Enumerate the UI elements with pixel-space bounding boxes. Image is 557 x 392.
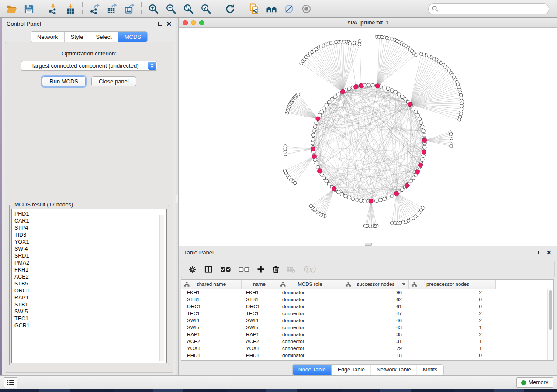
close-traffic-light-icon[interactable] xyxy=(183,20,188,25)
table-scrollbar[interactable] xyxy=(547,289,553,360)
result-item[interactable]: ACE2 xyxy=(14,273,166,280)
edge[interactable] xyxy=(321,46,343,92)
edge[interactable] xyxy=(377,43,401,86)
leaf-node[interactable] xyxy=(358,40,362,43)
zoom-out-button[interactable] xyxy=(162,1,180,16)
table-cell[interactable]: dominator xyxy=(277,331,343,338)
leaf-node[interactable] xyxy=(348,42,352,45)
column-header-shared-name[interactable]: shared name xyxy=(181,280,242,289)
ring-node[interactable] xyxy=(419,121,423,124)
hub-node[interactable] xyxy=(359,83,363,88)
table-cell[interactable]: connector xyxy=(277,345,343,352)
column-header-name[interactable]: name xyxy=(242,280,277,289)
ring-node[interactable] xyxy=(387,87,390,90)
edge[interactable] xyxy=(287,156,314,175)
select-all-button[interactable] xyxy=(220,267,231,272)
table-row[interactable]: SWI4SWI4dominator462 xyxy=(181,317,547,324)
table-cell[interactable]: 0 xyxy=(409,352,487,359)
import-table-button[interactable] xyxy=(62,1,79,16)
column-header-predecessor-nodes[interactable]: predecessor nodes xyxy=(409,280,487,289)
ring-node[interactable] xyxy=(387,196,390,199)
table-cell[interactable]: YOX1 xyxy=(181,345,242,352)
ring-node[interactable] xyxy=(390,194,394,198)
edge[interactable] xyxy=(291,156,314,179)
ring-node[interactable] xyxy=(340,193,344,196)
table-cell[interactable]: 96 xyxy=(343,289,409,296)
zoom-in-button[interactable] xyxy=(145,1,162,16)
table-cell[interactable]: connector xyxy=(277,324,343,331)
table-cell[interactable]: SWI4 xyxy=(242,317,277,324)
edge[interactable] xyxy=(397,193,418,214)
import-network-button[interactable] xyxy=(44,1,62,16)
ring-node[interactable] xyxy=(421,158,424,161)
table-cell[interactable]: ACE2 xyxy=(181,338,242,345)
ring-node[interactable] xyxy=(327,100,331,104)
search-input[interactable] xyxy=(440,4,545,13)
edge[interactable] xyxy=(321,189,334,214)
table-cell[interactable]: FKH1 xyxy=(181,289,242,296)
ring-node[interactable] xyxy=(401,95,404,98)
ring-node[interactable] xyxy=(397,93,401,96)
table-cell[interactable]: ORC1 xyxy=(242,303,277,310)
edge[interactable] xyxy=(410,79,456,104)
result-item[interactable]: TEC1 xyxy=(14,315,166,322)
ring-node[interactable] xyxy=(320,173,323,176)
table-cell[interactable]: dominator xyxy=(277,303,343,310)
result-item[interactable]: SRD1 xyxy=(14,252,166,259)
ring-node[interactable] xyxy=(347,196,351,199)
ring-node[interactable] xyxy=(412,176,415,180)
column-header-mcds-role[interactable]: MCDS role xyxy=(277,280,343,289)
ring-node[interactable] xyxy=(315,162,318,165)
edge[interactable] xyxy=(410,55,427,104)
leaf-node[interactable] xyxy=(363,224,367,228)
ring-node[interactable] xyxy=(409,179,413,183)
edge[interactable] xyxy=(286,149,313,154)
close-panel-icon[interactable]: ✕ xyxy=(166,22,172,26)
float-panel-icon[interactable] xyxy=(538,251,542,254)
table-cell[interactable]: 35 xyxy=(343,331,409,338)
table-row[interactable]: ACE2ACE2connector311 xyxy=(181,338,547,345)
table-cell[interactable]: 62 xyxy=(343,296,409,303)
edge[interactable] xyxy=(308,55,343,92)
share-document-button[interactable] xyxy=(245,1,263,16)
result-item[interactable]: SWI5 xyxy=(14,308,166,315)
table-cell[interactable]: 1 xyxy=(409,338,487,345)
ring-node[interactable] xyxy=(355,198,359,202)
hub-node[interactable] xyxy=(354,85,358,89)
leaf-node[interactable] xyxy=(297,93,300,96)
vizmapper-toggle-button[interactable] xyxy=(280,1,298,16)
run-mcds-button[interactable]: Run MCDS xyxy=(42,76,86,86)
result-item[interactable]: RAP1 xyxy=(14,294,166,301)
leaf-node[interactable] xyxy=(284,145,287,148)
optimization-dropdown[interactable]: largest connected component (undirected) xyxy=(21,61,157,71)
tab-mcds[interactable]: MCDS xyxy=(118,32,147,42)
zoom-selected-button[interactable] xyxy=(197,1,214,16)
table-cell[interactable]: PHD1 xyxy=(181,352,242,359)
edge[interactable] xyxy=(410,58,432,104)
leaf-node[interactable] xyxy=(458,118,461,121)
table-cell[interactable]: 29 xyxy=(343,345,409,352)
tab-style[interactable]: Style xyxy=(65,32,90,42)
ring-node[interactable] xyxy=(375,199,378,202)
table-row[interactable]: ORC1ORC1dominator610 xyxy=(181,303,547,310)
add-column-button[interactable] xyxy=(257,265,265,273)
table-cell[interactable]: 1 xyxy=(409,345,487,352)
gear-button[interactable] xyxy=(188,265,197,274)
table-cell[interactable]: 43 xyxy=(343,324,409,331)
tab-select[interactable]: Select xyxy=(90,32,118,42)
tab-edge-table[interactable]: Edge Table xyxy=(332,365,371,375)
close-panel-icon[interactable]: ✕ xyxy=(546,251,552,254)
ring-node[interactable] xyxy=(311,133,315,137)
hub-node[interactable] xyxy=(341,89,345,94)
export-image-button[interactable] xyxy=(121,1,138,16)
float-panel-icon[interactable] xyxy=(158,22,162,26)
edge[interactable] xyxy=(395,193,397,223)
ring-node[interactable] xyxy=(347,87,351,90)
table-cell[interactable]: 0 xyxy=(409,296,487,303)
ring-node[interactable] xyxy=(423,145,426,149)
table-row[interactable]: TEC1TEC1connector472 xyxy=(181,310,547,317)
leaf-node[interactable] xyxy=(390,221,394,225)
hub-node[interactable] xyxy=(375,84,380,88)
table-cell[interactable]: ACE2 xyxy=(242,338,277,345)
ring-node[interactable] xyxy=(379,198,382,202)
